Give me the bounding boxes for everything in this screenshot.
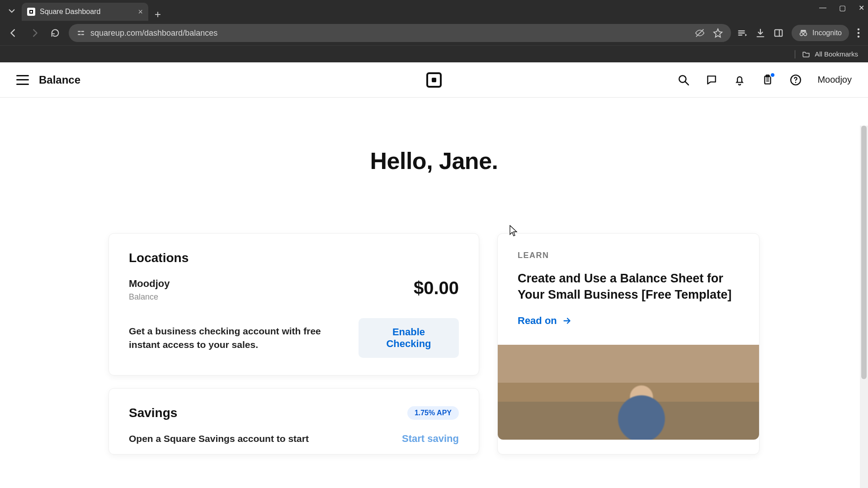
close-window-button[interactable]: ✕	[859, 4, 864, 12]
tasks-button[interactable]	[761, 74, 774, 86]
learn-eyebrow: LEARN	[518, 251, 739, 260]
eye-off-icon[interactable]	[695, 28, 705, 38]
menu-button[interactable]	[16, 75, 29, 85]
svg-point-19	[795, 82, 797, 83]
close-tab-button[interactable]: ×	[138, 7, 143, 17]
location-balance-amount: $0.00	[414, 278, 459, 298]
svg-rect-0	[78, 31, 80, 32]
locations-cta-row: Get a business checking account with fre…	[129, 318, 459, 358]
page-title: Balance	[39, 74, 80, 86]
maximize-button[interactable]: ▢	[839, 4, 846, 12]
account-menu[interactable]: Moodjoy	[817, 75, 852, 85]
bookmarks-bar: │ All Bookmarks	[0, 45, 868, 62]
greeting-heading: Hello, Jane.	[370, 147, 498, 174]
svg-rect-1	[78, 34, 80, 35]
learn-card: LEARN Create and Use a Balance Sheet for…	[497, 233, 760, 455]
star-icon[interactable]	[713, 28, 723, 38]
tabs-dropdown-button[interactable]	[4, 3, 20, 19]
reload-icon	[50, 28, 60, 38]
vertical-scrollbar[interactable]	[860, 126, 868, 488]
cards-row: Locations Moodjoy Balance $0.00 Get a bu…	[108, 233, 760, 455]
location-sublabel: Balance	[129, 292, 170, 302]
search-button[interactable]	[677, 74, 690, 86]
chat-icon	[706, 74, 717, 86]
locations-cta-text: Get a business checking account with fre…	[129, 324, 346, 352]
tab-title: Square Dashboard	[40, 8, 133, 16]
app-page: Balance Moodjoy Hello, Jane.	[0, 62, 868, 488]
tab-strip: Square Dashboard × + — ▢ ✕	[0, 0, 868, 21]
notification-badge	[770, 72, 775, 78]
enable-checking-button[interactable]: Enable Checking	[359, 318, 459, 358]
learn-title: Create and Use a Balance Sheet for Your …	[518, 270, 739, 303]
help-icon	[790, 74, 802, 86]
read-on-link[interactable]: Read on	[518, 315, 739, 327]
start-saving-link[interactable]: Start saving	[402, 433, 459, 445]
browser-chrome: Square Dashboard × + — ▢ ✕ squareup.com/…	[0, 0, 868, 62]
read-on-label: Read on	[518, 315, 557, 327]
apy-badge: 1.75% APY	[407, 406, 459, 420]
left-column: Locations Moodjoy Balance $0.00 Get a bu…	[108, 233, 479, 455]
savings-title: Savings	[129, 406, 177, 420]
incognito-indicator[interactable]: Incognito	[792, 25, 849, 41]
window-controls: — ▢ ✕	[819, 4, 864, 12]
svg-point-10	[858, 32, 860, 34]
savings-card: Savings 1.75% APY Open a Square Savings …	[108, 388, 479, 455]
svg-point-9	[858, 28, 860, 31]
arrow-right-icon	[562, 316, 572, 326]
url-field[interactable]: squareup.com/dashboard/balances	[69, 24, 731, 42]
scroollbar-thumb[interactable]	[861, 126, 867, 379]
downloads-icon[interactable]	[755, 28, 765, 38]
locations-card: Locations Moodjoy Balance $0.00 Get a bu…	[108, 233, 479, 375]
location-name: Moodjoy	[129, 278, 170, 290]
reload-button[interactable]	[48, 26, 62, 40]
help-button[interactable]	[789, 74, 802, 86]
folder-icon	[802, 50, 810, 58]
search-icon	[678, 74, 689, 86]
nav-forward-button[interactable]	[27, 26, 42, 40]
incognito-icon	[799, 28, 808, 38]
url-text: squareup.com/dashboard/balances	[90, 28, 217, 38]
svg-point-11	[858, 36, 860, 38]
locations-title: Locations	[129, 251, 459, 265]
arrow-left-icon	[9, 28, 19, 38]
header-actions: Moodjoy	[677, 74, 852, 86]
square-logo-icon[interactable]	[426, 72, 442, 88]
svg-point-8	[804, 33, 807, 36]
side-panel-icon[interactable]	[774, 28, 783, 38]
svg-rect-5	[775, 30, 783, 37]
all-bookmarks-button[interactable]: All Bookmarks	[815, 50, 858, 58]
site-settings-icon[interactable]	[77, 29, 85, 37]
browser-tab[interactable]: Square Dashboard ×	[22, 3, 148, 21]
nav-back-button[interactable]	[6, 26, 21, 40]
bell-icon	[734, 74, 745, 86]
incognito-label: Incognito	[812, 29, 842, 37]
location-row[interactable]: Moodjoy Balance $0.00	[129, 278, 459, 302]
notifications-button[interactable]	[733, 74, 746, 86]
new-tab-button[interactable]: +	[148, 8, 167, 21]
app-header: Balance Moodjoy	[0, 62, 868, 98]
address-bar: squareup.com/dashboard/balances Incognit…	[0, 21, 868, 45]
minimize-button[interactable]: —	[819, 4, 826, 12]
toolbar-right-cluster: Incognito	[737, 25, 862, 41]
savings-body-text: Open a Square Savings account to start	[129, 432, 309, 445]
svg-rect-3	[81, 34, 84, 35]
content-area: Hello, Jane. Locations Moodjoy Balance $…	[0, 98, 868, 455]
arrow-right-icon	[29, 28, 39, 38]
media-controls-icon[interactable]	[737, 28, 747, 38]
site-favicon	[27, 8, 35, 16]
svg-rect-2	[81, 31, 84, 32]
learn-card-image	[498, 345, 759, 440]
svg-line-13	[685, 81, 689, 85]
browser-menu-button[interactable]	[857, 28, 860, 38]
svg-point-7	[800, 33, 803, 36]
chevron-down-icon	[8, 7, 15, 14]
messages-button[interactable]	[705, 74, 718, 86]
